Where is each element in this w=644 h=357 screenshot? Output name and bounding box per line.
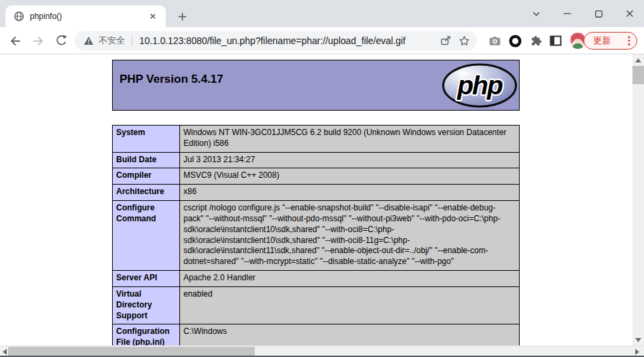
table-row: SystemWindows NT WIN-3GC01JJM5CG 6.2 bui… (113, 126, 520, 153)
scroll-right-arrow-icon[interactable] (632, 346, 642, 357)
php-info-table-body: SystemWindows NT WIN-3GC01JJM5CG 6.2 bui… (113, 126, 520, 346)
horizontal-scrollbar[interactable] (0, 345, 644, 357)
camera-icon[interactable] (486, 33, 503, 49)
vertical-scrollbar[interactable] (632, 54, 644, 345)
warning-triangle-icon[interactable] (84, 36, 94, 45)
info-label-cell: Architecture (113, 185, 180, 201)
address-bar[interactable]: 不安全 10.1.0.123:8080/file_un.php?filename… (75, 31, 477, 50)
info-label-cell: Build Date (113, 152, 180, 168)
chevron-down-icon[interactable] (520, 0, 552, 27)
tab-title: phpinfo() (30, 12, 147, 21)
puzzle-extensions-icon[interactable] (527, 33, 543, 49)
omnibox-divider (132, 36, 132, 46)
sidebar-icon[interactable] (548, 33, 564, 49)
close-icon[interactable] (614, 0, 644, 27)
info-label-cell: System (113, 126, 180, 153)
table-row: CompilerMSVC9 (Visual C++ 2008) (113, 168, 520, 185)
ring-extension-icon[interactable] (507, 33, 523, 49)
info-label-cell: Virtual Directory Support (113, 286, 180, 324)
star-icon[interactable] (459, 35, 470, 47)
update-label: 更新 (593, 35, 628, 47)
info-label-cell: Configure Command (113, 201, 180, 271)
info-value-cell: x86 (180, 185, 520, 201)
security-label: 不安全 (99, 35, 125, 47)
browser-window: phpinfo() (0, 0, 644, 357)
info-value-cell: Jul 3 2013 21:34:27 (180, 152, 520, 168)
table-row: Build DateJul 3 2013 21:34:27 (113, 152, 520, 168)
page-content: PHP Version 5.4.17 php SystemWi (0, 54, 632, 345)
php-logo-text: php (457, 71, 503, 100)
horizontal-scroll-thumb[interactable] (8, 347, 255, 357)
new-tab-button[interactable] (173, 7, 192, 26)
scroll-up-arrow-icon[interactable] (632, 54, 644, 66)
info-label-cell: Compiler (113, 168, 180, 185)
info-value-cell: MSVC9 (Visual C++ 2008) (180, 168, 520, 185)
table-row: Virtual Directory Supportenabled (113, 286, 520, 324)
scroll-down-arrow-icon[interactable] (632, 334, 644, 345)
reload-icon[interactable] (53, 33, 69, 49)
update-menu-button[interactable]: 更新 (584, 32, 637, 50)
vertical-scroll-thumb[interactable] (632, 66, 644, 84)
tab-close-icon[interactable] (147, 10, 159, 22)
forward-icon[interactable] (30, 33, 46, 49)
globe-icon (14, 11, 24, 22)
info-value-cell: Apache 2.0 Handler (180, 271, 520, 287)
menu-dots-icon (628, 35, 630, 46)
info-value-cell: Windows NT WIN-3GC01JJM5CG 6.2 build 920… (180, 126, 520, 153)
table-row: Configure Commandcscript /nologo configu… (113, 201, 520, 271)
info-value-cell: C:\Windows (180, 324, 520, 345)
maximize-icon[interactable] (583, 0, 614, 27)
php-logo[interactable]: php (442, 62, 518, 109)
info-label-cell: Server API (113, 271, 180, 287)
url-text[interactable]: 10.1.0.123:8080/file_un.php?filename=pha… (139, 35, 433, 46)
back-icon[interactable] (7, 33, 23, 49)
browser-toolbar: 不安全 10.1.0.123:8080/file_un.php?filename… (0, 27, 644, 54)
info-value-cell: enabled (180, 286, 520, 324)
phpinfo-container: PHP Version 5.4.17 php SystemWi (112, 60, 520, 345)
table-row: Architecturex86 (113, 185, 520, 201)
table-row: Configuration File (php.ini)C:\Windows (113, 324, 520, 345)
tab-phpinfo[interactable]: phpinfo() (5, 5, 166, 27)
tab-bar: phpinfo() (0, 0, 644, 27)
php-info-table: SystemWindows NT WIN-3GC01JJM5CG 6.2 bui… (112, 125, 520, 345)
php-version-header: PHP Version 5.4.17 php (112, 60, 520, 111)
table-row: Server APIApache 2.0 Handler (113, 271, 520, 287)
info-label-cell: Configuration File (php.ini) (113, 324, 180, 345)
info-value-cell: cscript /nologo configure.js "--enable-s… (180, 201, 520, 271)
share-icon[interactable] (440, 35, 452, 47)
minimize-icon[interactable] (552, 0, 583, 27)
